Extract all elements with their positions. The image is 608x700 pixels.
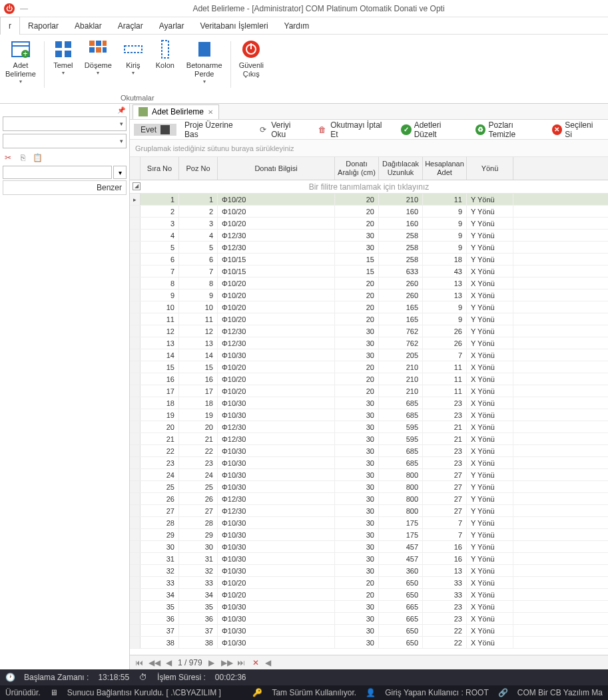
ribbon-cikis[interactable]: Güvenli Çıkış [234, 37, 269, 80]
paste-icon[interactable]: 📋 [32, 152, 43, 163]
pager-first[interactable]: ⏮ [134, 658, 145, 667]
table-row[interactable]: 3131Φ10/303045716Y Yönü [130, 553, 608, 565]
cell-poz: 29 [179, 529, 218, 540]
cell-aralik: 30 [335, 409, 379, 421]
evet-toggle[interactable]: Evet [134, 124, 176, 136]
table-row[interactable]: 77Φ10/151563343X Yönü [130, 265, 608, 277]
cell-sira: 9 [141, 289, 179, 301]
pager-prev-page[interactable]: ◀◀ [149, 658, 159, 667]
cell-yonu: Y Yönü [467, 529, 513, 540]
group-by-hint[interactable]: Gruplamak istediğiniz sütunu buraya sürü… [130, 140, 608, 157]
table-row[interactable]: 55Φ12/30302589Y Yönü [130, 242, 608, 254]
menu-item-yardim[interactable]: Yardım [276, 17, 318, 35]
table-row[interactable]: 3434Φ10/202065033X Yönü [130, 589, 608, 601]
menu-item-veritabani[interactable]: Veritabanı İşlemleri [192, 17, 276, 35]
menu-item-r[interactable]: r [0, 17, 20, 35]
table-row[interactable]: 2323Φ10/303068523X Yönü [130, 457, 608, 469]
filter-button[interactable]: ▾ [113, 166, 127, 179]
tab-adet-belirleme[interactable]: Adet Belirleme ✕ [133, 104, 219, 119]
pager-next[interactable]: ▶ [206, 658, 217, 667]
table-row[interactable]: 3333Φ10/202065033X Yönü [130, 577, 608, 589]
benzer-cell[interactable]: Benzer [3, 180, 127, 195]
ribbon-doseme[interactable]: Döşeme ▾ [79, 37, 117, 103]
pager-last[interactable]: ⏭ [236, 658, 246, 667]
menu-item-raporlar[interactable]: Raporlar [20, 17, 67, 35]
power-icon[interactable]: ⏻ [4, 3, 15, 14]
dropdown-1[interactable]: ▾ [3, 116, 127, 131]
pager-stop[interactable]: ✕ [250, 658, 261, 667]
pager-prev[interactable]: ◀ [163, 658, 174, 667]
col-donati-araligi[interactable]: Donatı Aralığı (cm) [335, 157, 379, 180]
table-row[interactable]: 2121Φ12/303059521X Yönü [130, 433, 608, 445]
col-yonu[interactable]: Yönü [467, 157, 513, 180]
table-row[interactable]: 2020Φ12/303059521X Yönü [130, 421, 608, 433]
table-row[interactable]: 1313Φ12/303076226Y Yönü [130, 337, 608, 349]
table-row[interactable]: 44Φ12/30302589Y Yönü [130, 230, 608, 242]
table-row[interactable]: 3737Φ10/303065022X Yönü [130, 625, 608, 637]
menu-item-ayarlar[interactable]: Ayarlar [151, 17, 192, 35]
cell-aralik: 30 [335, 625, 379, 636]
dropdown-2[interactable]: ▾ [3, 134, 127, 148]
col-donati-bilgisi[interactable]: Donatı Bilgisi [218, 157, 335, 180]
table-row[interactable]: 88Φ10/202026013X Yönü [130, 277, 608, 289]
table-row[interactable]: 1717Φ10/202021011X Yönü [130, 385, 608, 397]
proje-uzerine-bas-button[interactable]: Proje Üzerine Bas [182, 119, 250, 140]
pager-next-page[interactable]: ▶▶ [221, 658, 232, 667]
col-hesaplanan[interactable]: Hesaplanan Adet [423, 157, 467, 180]
cell-donati: Φ10/30 [218, 409, 335, 421]
filter-input[interactable] [3, 166, 112, 179]
menu-item-abaklar[interactable]: Abaklar [67, 17, 110, 35]
table-row[interactable]: 3535Φ10/303066523X Yönü [130, 601, 608, 613]
cell-yonu: X Yönü [467, 385, 513, 397]
menu-item-araclar[interactable]: Araçlar [110, 17, 151, 35]
table-row[interactable]: 3232Φ10/303036013X Yönü [130, 565, 608, 577]
table-row[interactable]: 99Φ10/202026013X Yönü [130, 289, 608, 301]
pozlari-temizle-button[interactable]: ♻Pozları Temizle [473, 119, 544, 140]
ribbon-adet-belirleme[interactable]: + Adet Belirleme ▾ [0, 37, 41, 86]
col-poz-no[interactable]: Poz No [179, 157, 218, 180]
table-row[interactable]: 1111Φ10/20201659Y Yönü [130, 313, 608, 325]
secileni-sil-button[interactable]: ✕Seçileni Si [549, 119, 604, 140]
close-icon[interactable]: ✕ [208, 108, 213, 116]
table-row[interactable]: 3030Φ10/303045716Y Yönü [130, 541, 608, 553]
table-row[interactable]: 3636Φ10/303066523X Yönü [130, 613, 608, 625]
ribbon-perde[interactable]: Betonarme Perde ▾ [181, 37, 228, 103]
table-row[interactable]: 1616Φ10/202021011X Yönü [130, 373, 608, 385]
table-row[interactable]: ▸11Φ10/202021011Y Yönü [130, 194, 608, 206]
table-row[interactable]: 1818Φ10/303068523X Yönü [130, 397, 608, 409]
table-row[interactable]: 2222Φ10/303068523X Yönü [130, 445, 608, 457]
copy-icon[interactable]: ⎘ [17, 152, 28, 163]
table-row[interactable]: 22Φ10/20201609Y Yönü [130, 206, 608, 218]
ribbon-temel[interactable]: Temel ▾ [47, 37, 79, 103]
cell-yonu: X Yönü [467, 277, 513, 289]
table-row[interactable]: 1010Φ10/20201659Y Yönü [130, 301, 608, 313]
table-row[interactable]: 3838Φ10/303065022X Yönü [130, 637, 608, 649]
col-dagitilacak[interactable]: Dağıtılacak Uzunluk [379, 157, 423, 180]
veriyi-oku-button[interactable]: ⟳Veriyi Oku [256, 119, 310, 140]
cell-sira: 21 [141, 433, 179, 444]
table-row[interactable]: 2929Φ10/30301757Y Yönü [130, 529, 608, 541]
table-row[interactable]: 66Φ10/151525818Y Yönü [130, 254, 608, 265]
refresh-icon: ⟳ [258, 124, 269, 135]
table-row[interactable]: 2828Φ10/30301757Y Yönü [130, 517, 608, 529]
filter-hint-row[interactable]: ◢ Bir filitre tanımlamak için tıklayınız [130, 180, 608, 194]
adetleri-duzelt-button[interactable]: ✓Adetleri Düzelt [398, 119, 467, 140]
cut-icon[interactable]: ✂ [3, 152, 13, 163]
cell-sira: 38 [141, 637, 179, 648]
table-row[interactable]: 1212Φ12/303076226Y Yönü [130, 325, 608, 337]
table-row[interactable]: 2424Φ10/303080027Y Yönü [130, 469, 608, 481]
pin-icon[interactable]: 📌 [113, 104, 129, 116]
okutmayi-iptal-button[interactable]: 🗑Okutmayı İptal Et [315, 119, 394, 140]
col-sira-no[interactable]: Sıra No [141, 157, 179, 180]
cell-sira: 11 [141, 313, 179, 325]
cell-hesap: 7 [423, 517, 467, 528]
table-row[interactable]: 1515Φ10/202021011X Yönü [130, 361, 608, 373]
table-row[interactable]: 1919Φ10/303068523X Yönü [130, 409, 608, 421]
table-row[interactable]: 2727Φ12/303080027Y Yönü [130, 505, 608, 517]
table-row[interactable]: 2626Φ12/303080027Y Yönü [130, 493, 608, 505]
cell-aralik: 30 [335, 517, 379, 528]
table-row[interactable]: 33Φ10/20201609Y Yönü [130, 218, 608, 230]
table-row[interactable]: 1414Φ10/30302057X Yönü [130, 349, 608, 361]
table-row[interactable]: 2525Φ10/303080027Y Yönü [130, 481, 608, 493]
grid-body[interactable]: ▸11Φ10/202021011Y Yönü22Φ10/20201609Y Yö… [130, 194, 608, 655]
